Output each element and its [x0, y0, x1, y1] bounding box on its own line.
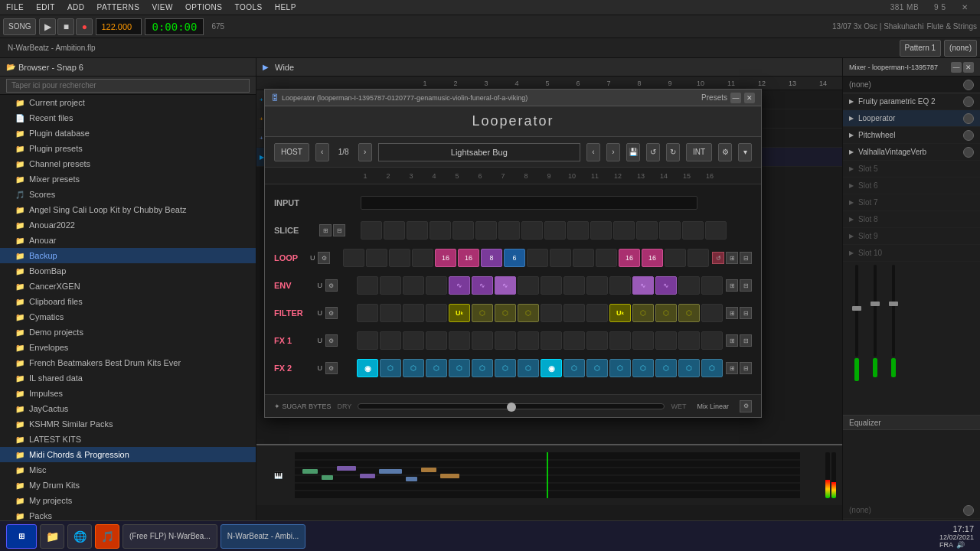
song-mode-btn[interactable]: SONG [3, 18, 36, 35]
slice-cell-5[interactable] [452, 221, 474, 240]
loop-gear-btn[interactable]: ⚙ [318, 252, 330, 264]
sidebar-item-anouar[interactable]: 📁 Anouar [0, 233, 256, 248]
mixer-item-knob-1[interactable] [963, 113, 974, 124]
fx2-cell-11[interactable]: ⬡ [586, 359, 608, 377]
file-explorer-btn[interactable]: 📁 [40, 524, 64, 549]
mixer-close-btn[interactable]: ✕ [963, 62, 974, 73]
slice-cell-14[interactable] [659, 221, 681, 240]
mixer-item-slot9[interactable]: ▶ Slot 9 [843, 228, 980, 245]
fx2-cell-13[interactable]: ⬡ [632, 359, 654, 377]
fx1-cell-12[interactable] [609, 331, 631, 350]
loop-cell-10[interactable] [550, 249, 571, 267]
fx2-cell-9[interactable]: ◉ [541, 359, 562, 377]
slice-cell-16[interactable] [705, 221, 727, 240]
fx1-cell-1[interactable] [357, 331, 378, 350]
init-btn[interactable]: INT [686, 143, 712, 161]
fader-track-3[interactable] [892, 265, 895, 357]
sidebar-item-angel-sing[interactable]: 📁 Angel Sing Cali Loop Kit by Chubby Bea… [0, 202, 256, 217]
sidebar-item-french-beatmakers[interactable]: 📁 French Beatmakers Best Drum Kits Ever [0, 355, 256, 370]
mixer-item-valhalla[interactable]: ▶ ValhallaVintageVerb [843, 144, 980, 161]
loop-cell-16[interactable] [688, 249, 709, 267]
fx1-gear-btn[interactable]: ⚙ [325, 334, 338, 347]
sidebar-item-impulses[interactable]: 📁 Impulses [0, 386, 256, 401]
mixer-knob-none[interactable] [963, 80, 974, 90]
prev-preset-btn[interactable]: ‹ [586, 143, 600, 161]
menu-tools[interactable]: TOOLS [228, 3, 268, 11]
filter-cell-1[interactable] [357, 304, 378, 322]
sidebar-item-plugin-presets[interactable]: 📁 Plugin presets [0, 141, 256, 156]
filter-cell-13[interactable]: ⬡ [632, 304, 654, 322]
fx1-cell-15[interactable] [678, 331, 700, 350]
filter-cell-7[interactable]: ⬡ [495, 304, 516, 322]
mixer-item-looperator[interactable]: ▶ Looperator [843, 110, 980, 127]
mixer-item-knob-0[interactable] [963, 96, 974, 107]
filter-end-btn2[interactable]: ⊟ [740, 307, 752, 319]
settings-btn[interactable]: ⚙ [718, 143, 732, 161]
mixer-item-pitchwheel[interactable]: ▶ Pitchwheel [843, 127, 980, 144]
sidebar-item-latest-kits[interactable]: 📁 LATEST KITS [0, 432, 256, 447]
fader-track-1[interactable] [855, 265, 858, 357]
none-selector[interactable]: (none) [944, 40, 977, 57]
fader-thumb-2[interactable] [871, 302, 880, 306]
env-cell-1[interactable] [357, 276, 378, 295]
mixer-minimize-btn[interactable]: — [951, 62, 962, 73]
sidebar-item-mixer-presets[interactable]: 📁 Mixer presets [0, 171, 256, 187]
slice-cell-8[interactable] [521, 221, 543, 240]
loop-cell-12[interactable] [596, 249, 617, 267]
sidebar-item-il-shared[interactable]: 📁 IL shared data [0, 370, 256, 386]
env-end-btn1[interactable]: ⊞ [726, 279, 738, 292]
input-cell-1[interactable] [361, 196, 697, 210]
loop-cell-7[interactable]: 8 [481, 249, 502, 267]
slice-cell-13[interactable] [636, 221, 658, 240]
pattern-btn[interactable]: Pattern 1 [900, 40, 942, 57]
slice-cell-12[interactable] [613, 221, 635, 240]
next-page-btn[interactable]: › [358, 143, 372, 161]
sidebar-item-current-project[interactable]: 📁 Current project [0, 95, 256, 110]
sidebar-item-midi-chords[interactable]: 📁 Midi Chords & Progression [0, 447, 256, 462]
loop-cell-15[interactable] [665, 249, 686, 267]
filter-cell-5[interactable]: Uk [449, 304, 470, 322]
fx1-cell-6[interactable] [472, 331, 493, 350]
filter-cell-3[interactable] [403, 304, 424, 322]
fx2-end-btn2[interactable]: ⊟ [740, 362, 752, 374]
env-cell-14[interactable]: ∿ [655, 276, 677, 295]
fader-thumb-3[interactable] [889, 302, 898, 306]
slice-cell-1[interactable] [361, 221, 382, 240]
sidebar-item-jaycactus[interactable]: 📁 JayCactus [0, 401, 256, 416]
filter-cell-15[interactable]: ⬡ [678, 304, 700, 322]
play-btn[interactable]: ▶ [39, 18, 56, 35]
fx1-cell-16[interactable] [701, 331, 723, 350]
loop-cell-4[interactable] [412, 249, 433, 267]
mixer-item-slot5[interactable]: ▶ Slot 5 [843, 161, 980, 178]
env-gear-btn[interactable]: ⚙ [325, 279, 338, 292]
filter-cell-11[interactable] [586, 304, 608, 322]
env-cell-6[interactable]: ∿ [472, 276, 493, 295]
mixer-item-slot7[interactable]: ▶ Slot 7 [843, 194, 980, 211]
prev-page-btn[interactable]: ‹ [315, 143, 329, 161]
loop-icon-btn2[interactable]: ↻ [666, 143, 680, 161]
fx1-cell-4[interactable] [426, 331, 447, 350]
menu-patterns[interactable]: PATTERNS [91, 3, 146, 11]
loop-cell-14[interactable]: 16 [642, 249, 663, 267]
slice-cell-7[interactable] [498, 221, 520, 240]
window-minimize-btn[interactable]: — [730, 93, 741, 103]
fx2-cell-3[interactable]: ⬡ [403, 359, 424, 377]
sidebar-item-scores[interactable]: 🎵 Scores [0, 187, 256, 202]
slice-cell-2[interactable] [384, 221, 405, 240]
sidebar-item-plugin-database[interactable]: 📁 Plugin database [0, 126, 256, 141]
start-button[interactable]: ⊞ [6, 524, 37, 549]
menu-help[interactable]: HELP [269, 3, 302, 11]
sidebar-item-my-drum-kits[interactable]: 📁 My Drum Kits [0, 478, 256, 493]
filter-cell-4[interactable] [426, 304, 447, 322]
save-preset-btn[interactable]: 💾 [626, 143, 640, 161]
filter-end-btn1[interactable]: ⊞ [726, 307, 738, 319]
fx2-cell-8[interactable]: ⬡ [518, 359, 539, 377]
sidebar-item-recent-files[interactable]: 📄 Recent files [0, 110, 256, 126]
loop-cell-5[interactable]: 16 [435, 249, 456, 267]
fx2-cell-1[interactable]: ◉ [357, 359, 378, 377]
fx2-cell-14[interactable]: ⬡ [655, 359, 677, 377]
taskbar-app2[interactable]: N-WarBeatz - Ambi... [220, 524, 306, 549]
loop-cell-6[interactable]: 16 [458, 249, 479, 267]
slice-cell-10[interactable] [567, 221, 589, 240]
mixer-knob-bottom1[interactable] [963, 505, 974, 516]
